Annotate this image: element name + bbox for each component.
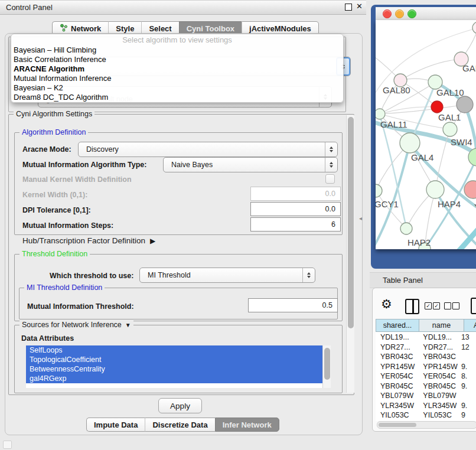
- tab-impute-data[interactable]: Impute Data: [86, 418, 145, 432]
- split-view-icon[interactable]: [405, 299, 419, 314]
- unchecked-box-icon-2[interactable]: [452, 302, 459, 309]
- table-row[interactable]: YER054CYER054C8.: [376, 371, 476, 381]
- table-cell: YER054C: [416, 372, 458, 380]
- data-attributes-list[interactable]: SelfLoopsTopologicalCoefficientBetweenne…: [26, 345, 331, 388]
- algorithm-option[interactable]: Mutual Information Inference: [11, 74, 343, 83]
- network-node[interactable]: [426, 181, 444, 198]
- algorithm-definition-title: Algorithm Definition: [19, 128, 88, 136]
- table-cell: YER054C: [376, 372, 416, 380]
- network-node[interactable]: [431, 101, 443, 113]
- sources-group-title: Sources for Network Inference: [22, 321, 122, 329]
- table-cell: YPR145W: [376, 363, 416, 371]
- network-node[interactable]: [457, 96, 473, 113]
- settings-scrollbar-thumb[interactable]: [348, 117, 354, 328]
- mi-threshold-definition-title: MI Threshold Definition: [24, 283, 105, 292]
- table-row[interactable]: YDL19...YDL19...13: [376, 332, 476, 343]
- network-node[interactable]: [443, 122, 457, 136]
- table-row[interactable]: YBL079WYBL079W: [376, 391, 476, 401]
- aracne-mode-combo[interactable]: Discovery: [78, 142, 338, 157]
- table-row[interactable]: YBR045CYBR045C9.: [376, 381, 476, 392]
- kernel-width-label: Kernel Width (0,1):: [22, 191, 87, 199]
- apply-button[interactable]: Apply: [158, 398, 202, 413]
- dock-mini-icon[interactable]: [3, 441, 12, 449]
- close-traffic-light[interactable]: [383, 9, 392, 18]
- network-node[interactable]: [400, 133, 420, 153]
- table-row[interactable]: YBR043CYBR043C: [376, 352, 476, 362]
- manual-kernel-checkbox[interactable]: [325, 174, 335, 184]
- table-hscrollbar[interactable]: [377, 421, 476, 429]
- algorithm-option[interactable]: Basic Correlation Inference: [11, 55, 343, 64]
- table-cell: 9.: [458, 363, 476, 371]
- network-node[interactable]: [464, 181, 476, 198]
- table-cell: YDR27...: [376, 343, 416, 351]
- screenshot-root: Control Panel ✕ Network Style Select Cyn…: [0, 0, 476, 450]
- mi-steps-label: Mutual Information Steps:: [22, 221, 113, 230]
- mi-threshold-field[interactable]: 0.5: [248, 298, 338, 312]
- aracne-mode-label: Aracne Mode:: [22, 145, 71, 154]
- control-panel-tabs: Network Style Select Cyni Toolbox jActiv…: [52, 21, 319, 34]
- table-row[interactable]: YPR145WYPR145W9.: [376, 362, 476, 372]
- close-icon[interactable]: ✕: [356, 2, 363, 11]
- algorithm-option[interactable]: ARACNE Algorithm: [11, 64, 343, 74]
- mi-type-combo[interactable]: Naive Bayes: [163, 157, 338, 172]
- data-attribute-item-selected[interactable]: BetweennessCentrality: [26, 364, 331, 374]
- table-cell: 8.: [458, 372, 476, 380]
- data-attribute-item-selected[interactable]: gal4RGexp: [26, 374, 331, 383]
- table-cell: YDR27...: [416, 343, 458, 351]
- network-node-label: GCY1: [376, 199, 399, 209]
- network-node[interactable]: [376, 184, 382, 197]
- checked-box-icon-1[interactable]: ✓: [425, 302, 432, 309]
- network-node[interactable]: [400, 223, 412, 234]
- expander-arrow-down-icon: ▼: [125, 322, 131, 328]
- panel-splitter-handle[interactable]: ◂: [359, 215, 366, 223]
- unchecked-box-icon-1[interactable]: [444, 302, 451, 309]
- column-header-third[interactable]: A: [464, 319, 476, 332]
- table-cell: YLR345W: [376, 402, 416, 410]
- attr-list-scrollbar[interactable]: [322, 345, 331, 388]
- table-cell: 9: [458, 411, 476, 419]
- network-icon: [60, 24, 68, 34]
- hub-definition-expander[interactable]: Hub/Transcription Factor Definition ▶: [22, 236, 155, 245]
- network-window-titlebar[interactable]: [376, 7, 476, 20]
- minimize-traffic-light[interactable]: [395, 9, 404, 18]
- algorithm-option[interactable]: Bayesian – Hill Climbing: [11, 45, 343, 55]
- table-row[interactable]: YLR345WYLR345W9.: [376, 401, 476, 411]
- mi-steps-field[interactable]: 6: [250, 217, 341, 231]
- checked-box-icon-2[interactable]: ✓: [433, 302, 440, 309]
- report-page-icon[interactable]: [471, 298, 476, 314]
- network-node[interactable]: [376, 109, 385, 119]
- table-cell: 13: [458, 333, 476, 341]
- data-attribute-item-selected[interactable]: SelfLoops: [26, 345, 331, 355]
- column-header-name[interactable]: name: [419, 319, 464, 332]
- table-row[interactable]: YIL053CYIL053C9: [376, 410, 476, 420]
- data-attribute-item-selected[interactable]: TopologicalCoefficient: [26, 355, 331, 364]
- sources-group-title-row[interactable]: Sources for Network Inference ▼: [19, 321, 133, 329]
- table-settings-gear-icon[interactable]: ⚙: [381, 297, 392, 311]
- kernel-width-field[interactable]: 0.0: [250, 187, 341, 201]
- dpi-tolerance-field[interactable]: 0.0: [250, 202, 341, 216]
- table-row[interactable]: YDR27...YDR27...12: [376, 343, 476, 353]
- tab-network-label: Network: [71, 24, 101, 33]
- network-node[interactable]: [472, 22, 476, 34]
- table-cell: YPR145W: [416, 363, 458, 371]
- float-window-icon[interactable]: [345, 4, 352, 11]
- algorithm-option[interactable]: Dream8 DC_TDC Algorithm: [11, 93, 343, 102]
- settings-scrollbar[interactable]: [346, 115, 354, 393]
- table-body[interactable]: YDL19...YDL19...13YDR27...YDR27...12YBR0…: [376, 332, 476, 421]
- network-canvas[interactable]: GALGAL80GAL10GAL1GAL11SWI4GAL4GCY1HAP4YH…: [376, 20, 476, 249]
- table-hscrollbar-thumb[interactable]: [379, 423, 416, 427]
- table-cell: YBR045C: [416, 382, 458, 390]
- tab-infer-network[interactable]: Infer Network: [215, 418, 279, 432]
- network-node-label: GAL80: [383, 85, 410, 95]
- algorithm-option[interactable]: Bayesian – K2: [11, 83, 343, 93]
- mi-threshold-label: Mutual Information Threshold:: [27, 302, 134, 311]
- zoom-traffic-light[interactable]: [407, 9, 416, 18]
- network-node-label: HAP2: [407, 237, 431, 247]
- dpi-tolerance-label: DPI Tolerance [0,1]:: [22, 206, 91, 214]
- column-header-shared[interactable]: shared...: [376, 319, 419, 332]
- table-cell: 9.: [458, 382, 476, 390]
- algorithm-dropdown-popup: Select algorithm to view settings Bayesi…: [11, 34, 344, 103]
- table-cell: YLR345W: [416, 402, 458, 410]
- tab-discretize-data[interactable]: Discretize Data: [145, 418, 214, 432]
- which-threshold-combo[interactable]: MI Threshold: [139, 268, 315, 283]
